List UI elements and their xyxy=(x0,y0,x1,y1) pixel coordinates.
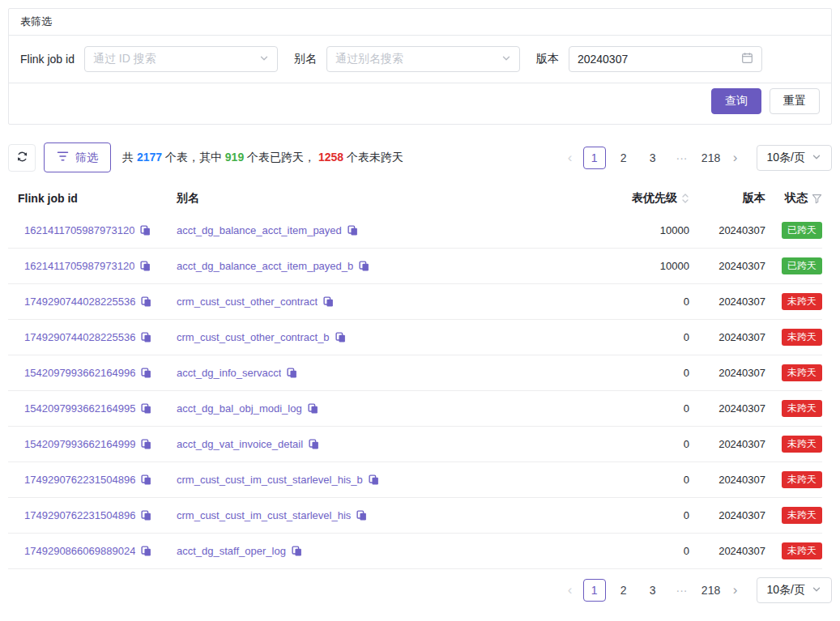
job-id-link[interactable]: 1749290762231504896 xyxy=(24,474,135,486)
copy-icon[interactable] xyxy=(356,510,367,521)
priority-cell: 0 xyxy=(568,367,689,379)
chevron-down-icon xyxy=(812,151,821,164)
version-cell: 20240307 xyxy=(689,545,765,557)
job-id-link[interactable]: 1749290866069889024 xyxy=(24,545,135,557)
header-priority[interactable]: 表优先级 xyxy=(568,191,689,206)
job-id-link[interactable]: 1749290744028225536 xyxy=(24,331,135,343)
filter-card: 表筛选 Flink job id 通过 ID 搜索 别名 通过别名搜索 版本 xyxy=(8,8,832,125)
job-id-link[interactable]: 1542097993662164996 xyxy=(24,367,135,379)
alias-link[interactable]: crm_cust_cust_im_cust_starlevel_his xyxy=(177,509,351,521)
job-id-link[interactable]: 1542097993662164999 xyxy=(24,438,135,450)
alias-link[interactable]: crm_cust_cust_other_contract xyxy=(177,296,318,308)
prev-page-button[interactable]: ‹ xyxy=(561,147,580,169)
copy-icon[interactable] xyxy=(335,332,346,343)
copy-icon[interactable] xyxy=(308,403,318,415)
next-page-button[interactable]: › xyxy=(726,579,745,602)
page-button-1[interactable]: 1 xyxy=(583,579,606,602)
copy-icon[interactable] xyxy=(141,296,151,308)
next-page-button[interactable]: › xyxy=(726,147,745,169)
page-ellipsis: ··· xyxy=(671,579,693,602)
flink-job-id-select[interactable]: 通过 ID 搜索 xyxy=(84,46,278,72)
priority-cell: 10000 xyxy=(568,224,689,236)
copy-icon[interactable] xyxy=(141,474,151,486)
copy-icon[interactable] xyxy=(287,368,297,379)
alias-link[interactable]: acct_dg_vat_invoice_detail xyxy=(177,438,303,450)
funnel-icon[interactable] xyxy=(812,194,822,204)
copy-icon[interactable] xyxy=(141,510,151,521)
alias-link[interactable]: crm_cust_cust_im_cust_starlevel_his_b xyxy=(177,474,363,486)
filter-card-header: 表筛选 xyxy=(9,9,831,36)
copy-icon[interactable] xyxy=(141,332,151,343)
query-button[interactable]: 查询 xyxy=(711,88,761,114)
job-id-link[interactable]: 1749290744028225536 xyxy=(24,296,135,308)
page-size-select[interactable]: 10条/页 xyxy=(757,145,832,171)
copy-icon[interactable] xyxy=(309,439,319,450)
alias-link[interactable]: acct_dg_balance_acct_item_payed_b xyxy=(177,260,353,272)
page-button-1[interactable]: 1 xyxy=(583,147,606,169)
version-cell: 20240307 xyxy=(689,367,765,379)
status-badge: 未跨天 xyxy=(782,364,822,381)
alias-link[interactable]: crm_cust_cust_other_contract_b xyxy=(177,331,330,343)
header-alias: 别名 xyxy=(167,191,568,206)
summary-text: 个表，其中 xyxy=(162,151,225,164)
prev-page-button[interactable]: ‹ xyxy=(561,579,580,602)
pagination-bottom-mount: ‹ 123···218 › 10条/页 xyxy=(561,577,832,603)
copy-icon[interactable] xyxy=(140,261,151,272)
copy-icon[interactable] xyxy=(140,225,151,236)
status-badge: 已跨天 xyxy=(782,257,822,274)
version-cell: 20240307 xyxy=(689,438,765,450)
copy-icon[interactable] xyxy=(141,368,151,379)
priority-cell: 0 xyxy=(568,331,689,343)
header-flink-job-id: Flink job id xyxy=(8,192,167,205)
page-size-value: 10条/页 xyxy=(767,583,805,598)
filter-button[interactable]: 筛选 xyxy=(44,142,111,172)
version-cell: 20240307 xyxy=(689,474,765,486)
page-button-3[interactable]: 3 xyxy=(642,579,664,602)
refresh-icon xyxy=(16,151,28,165)
calendar-icon xyxy=(741,52,753,66)
page-size-select[interactable]: 10条/页 xyxy=(757,577,832,603)
alias-select[interactable]: 通过别名搜索 xyxy=(326,46,520,72)
copy-icon[interactable] xyxy=(141,546,151,557)
summary-count-red: 1258 xyxy=(318,151,343,164)
page-button-218[interactable]: 218 xyxy=(700,579,723,602)
version-cell: 20240307 xyxy=(689,402,765,415)
table-body: 1621411705987973120 acct_dg_balance_acct… xyxy=(8,213,822,569)
page-ellipsis: ··· xyxy=(671,147,693,169)
job-id-link[interactable]: 1621411705987973120 xyxy=(24,260,134,272)
copy-icon[interactable] xyxy=(141,439,151,450)
copy-icon[interactable] xyxy=(369,474,379,486)
filter-button-label: 筛选 xyxy=(75,151,98,165)
page-button-3[interactable]: 3 xyxy=(642,147,664,169)
summary-count-green: 919 xyxy=(225,151,244,164)
priority-cell: 10000 xyxy=(568,260,689,272)
status-badge: 未跨天 xyxy=(782,542,822,559)
page-button-2[interactable]: 2 xyxy=(612,579,635,602)
copy-icon[interactable] xyxy=(323,296,334,308)
alias-link[interactable]: acct_dg_staff_oper_log xyxy=(177,545,286,557)
copy-icon[interactable] xyxy=(141,403,151,415)
status-badge: 未跨天 xyxy=(782,400,822,417)
alias-link[interactable]: acct_dg_info_servacct xyxy=(177,367,281,379)
alias-link[interactable]: acct_dg_bal_obj_modi_log xyxy=(177,402,302,415)
page-button-2[interactable]: 2 xyxy=(612,147,635,169)
copy-icon[interactable] xyxy=(359,261,369,272)
copy-icon[interactable] xyxy=(348,225,358,236)
sorter-icon[interactable] xyxy=(681,193,689,204)
table-row: 1749290744028225536 crm_cust_cust_other_… xyxy=(8,320,822,355)
job-id-link[interactable]: 1621411705987973120 xyxy=(24,224,134,236)
job-id-link[interactable]: 1542097993662164995 xyxy=(24,402,135,415)
copy-icon[interactable] xyxy=(292,546,302,557)
version-date-input[interactable]: 20240307 xyxy=(569,46,762,72)
alias-link[interactable]: acct_dg_balance_acct_item_payed xyxy=(177,224,342,236)
version-cell: 20240307 xyxy=(689,296,765,308)
page-button-218[interactable]: 218 xyxy=(700,147,723,169)
refresh-button[interactable] xyxy=(8,144,36,172)
summary-count-blue: 2177 xyxy=(137,151,162,164)
job-id-link[interactable]: 1749290762231504896 xyxy=(24,509,135,521)
version-value: 20240307 xyxy=(578,53,628,66)
header-status[interactable]: 状态 xyxy=(765,191,822,206)
status-badge: 未跨天 xyxy=(782,507,822,524)
priority-cell: 0 xyxy=(568,296,689,308)
reset-button[interactable]: 重置 xyxy=(770,88,820,114)
